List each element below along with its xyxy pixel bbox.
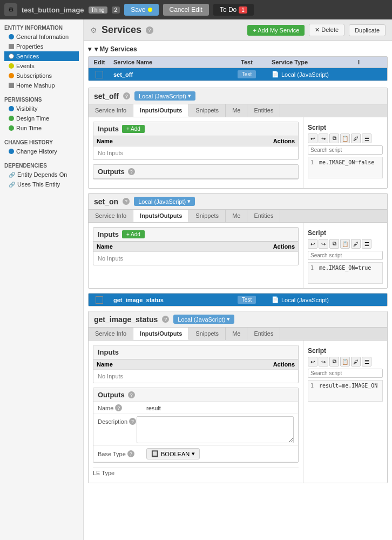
tab-service-info-set-off[interactable]: Service Info <box>89 104 133 117</box>
gear-icon: ⚙ <box>8 6 14 14</box>
app-title: test_button_image <box>22 6 84 14</box>
test-button-get[interactable]: Test <box>238 296 256 304</box>
tab-service-info-set-on[interactable]: Service Info <box>89 210 133 222</box>
cancel-button[interactable]: Cancel Edit <box>163 4 209 16</box>
sidebar-item-properties[interactable]: Properties <box>4 42 79 51</box>
page-help-icon[interactable]: ? <box>146 26 153 34</box>
sidebar-item-uses-this-entity[interactable]: 🔗 Uses This Entity <box>4 179 79 189</box>
inputs-col-name-get: Name <box>97 361 252 368</box>
script-search-set-off[interactable] <box>308 145 383 155</box>
sidebar-item-entity-depends-on[interactable]: 🔗 Entity Depends On <box>4 170 79 179</box>
undo-button-get[interactable]: ↩ <box>308 357 317 366</box>
script-title-get: Script <box>308 345 383 357</box>
undo-button-set-off[interactable]: ↩ <box>308 134 317 143</box>
service-type-button-get[interactable]: Local (JavaScript) ▾ <box>173 315 234 324</box>
base-type-dropdown[interactable]: 🔲 BOOLEAN ▾ <box>146 448 200 459</box>
redo-button-set-off[interactable]: ↪ <box>319 134 328 143</box>
duplicate-button[interactable]: Duplicate <box>349 24 386 36</box>
description-help-icon[interactable]: ? <box>129 418 136 425</box>
row-test: Test <box>225 68 268 81</box>
sidebar-item-home-mashup[interactable]: Home Mashup <box>4 81 79 90</box>
base-type-help-icon[interactable]: ? <box>127 450 134 457</box>
tab-entities-set-on[interactable]: Entities <box>247 210 280 222</box>
service-help-icon-get[interactable]: ? <box>162 316 169 323</box>
todo-button[interactable]: To Do 1 <box>213 4 254 16</box>
paste-button-get[interactable]: 📋 <box>340 357 350 366</box>
service-type-button-set-off[interactable]: Local (JavaScript) ▾ <box>134 91 195 101</box>
script-search-get[interactable] <box>308 369 383 378</box>
tab-inputs-outputs-set-on[interactable]: Inputs/Outputs <box>133 210 189 222</box>
paste-button-set-on[interactable]: 📋 <box>340 239 350 249</box>
service-name-get: get_image_status <box>94 315 158 324</box>
format-button-set-on[interactable]: 🖊 <box>351 239 361 249</box>
tab-service-info-get[interactable]: Service Info <box>89 328 133 340</box>
outputs-base-type-row: Base Type ? 🔲 BOOLEAN ▾ <box>93 446 298 462</box>
outputs-description-input[interactable] <box>137 416 294 443</box>
tab-entities-set-off[interactable]: Entities <box>247 104 280 117</box>
visibility-icon <box>9 106 14 111</box>
events-icon <box>9 63 14 69</box>
table-row[interactable]: set_off Test 📄 Local (JavaScript) <box>89 68 387 81</box>
outputs-help-icon-get[interactable]: ? <box>128 391 135 398</box>
tab-me-set-off[interactable]: Me <box>226 104 247 117</box>
service-help-icon-set-on[interactable]: ? <box>123 198 130 205</box>
expand-button-set-off[interactable]: ☰ <box>362 134 371 143</box>
table-row-get-image-status[interactable]: get_image_status Test 📄 Local (JavaScrip… <box>89 294 387 306</box>
redo-button-get[interactable]: ↪ <box>319 357 328 366</box>
tab-inputs-outputs-set-off[interactable]: Inputs/Outputs <box>133 104 189 117</box>
tab-me-get[interactable]: Me <box>226 328 247 340</box>
service-help-icon-set-off[interactable]: ? <box>123 92 130 99</box>
sidebar-item-change-history[interactable]: Change History <box>4 146 79 156</box>
script-code-set-off: 1 me.IMAGE_ON=false <box>308 157 383 178</box>
tab-me-set-on[interactable]: Me <box>226 210 247 222</box>
redo-button-set-on[interactable]: ↪ <box>319 239 328 249</box>
format-button-get[interactable]: 🖊 <box>351 357 361 366</box>
save-button[interactable]: Save <box>124 4 158 16</box>
col-edit-header: Edit <box>89 57 110 68</box>
change-history-icon <box>9 149 14 154</box>
name-help-icon[interactable]: ? <box>115 404 122 411</box>
row-edit-checkbox[interactable] <box>89 68 110 81</box>
inputs-table-header-get: Name Actions <box>93 359 298 370</box>
row-inputs <box>355 68 387 81</box>
my-services-toggle[interactable]: ▾ ▾ My Services <box>88 45 388 53</box>
add-input-button-set-off[interactable]: + Add <box>122 125 145 133</box>
add-service-button[interactable]: + Add My Service <box>247 25 305 36</box>
inputs-table-get: Name Actions No Inputs <box>93 359 298 383</box>
services-table: Edit Service Name Test Service Type I se… <box>88 56 388 81</box>
outputs-help-icon-set-off[interactable]: ? <box>128 168 135 175</box>
paste-button-set-off[interactable]: 📋 <box>340 134 350 143</box>
tab-snippets-set-on[interactable]: Snippets <box>189 210 226 222</box>
outputs-name-value: result <box>146 405 161 411</box>
inputs-col-actions-set-on: Actions <box>252 243 295 250</box>
design-time-icon <box>9 116 14 121</box>
sidebar-item-subscriptions[interactable]: Subscriptions <box>4 71 79 81</box>
expand-button-set-on[interactable]: ☰ <box>362 239 371 249</box>
tab-snippets-set-off[interactable]: Snippets <box>189 104 226 117</box>
test-button[interactable]: Test <box>238 70 256 78</box>
undo-button-set-on[interactable]: ↩ <box>308 239 317 249</box>
expand-button-get[interactable]: ☰ <box>362 357 371 366</box>
tab-entities-get[interactable]: Entities <box>247 328 280 340</box>
service-type-button-set-on[interactable]: Local (JavaScript) ▾ <box>134 197 195 206</box>
sidebar-item-design-time[interactable]: Design Time <box>4 114 79 123</box>
tab-snippets-get[interactable]: Snippets <box>189 328 226 340</box>
copy-button-get[interactable]: ⧉ <box>329 357 339 366</box>
script-panel-get: Script ↩ ↪ ⧉ 📋 🖊 ☰ 1 <box>303 341 387 483</box>
add-input-button-set-on[interactable]: + Add <box>122 230 145 238</box>
sidebar-item-visibility[interactable]: Visibility <box>4 104 79 114</box>
no-inputs-set-on: No Inputs <box>93 252 298 265</box>
format-button-set-off[interactable]: 🖊 <box>351 134 361 143</box>
sidebar-item-events[interactable]: Events <box>4 61 79 71</box>
service-tabs-set-off: Service Info Inputs/Outputs Snippets Me … <box>89 104 387 117</box>
tab-inputs-outputs-get[interactable]: Inputs/Outputs <box>133 328 189 340</box>
script-panel-set-off: Script ↩ ↪ ⧉ 📋 🖊 ☰ 1 <box>303 117 387 188</box>
row-edit-checkbox-get[interactable] <box>89 294 110 306</box>
sidebar-item-services[interactable]: Services <box>4 51 79 61</box>
sidebar-item-run-time[interactable]: Run Time <box>4 123 79 133</box>
delete-button[interactable]: ✕ Delete <box>309 24 344 36</box>
script-search-set-on[interactable] <box>308 251 383 260</box>
sidebar-item-general-information[interactable]: General Information <box>4 32 79 42</box>
copy-button-set-on[interactable]: ⧉ <box>329 239 339 249</box>
copy-button-set-off[interactable]: ⧉ <box>329 134 339 143</box>
